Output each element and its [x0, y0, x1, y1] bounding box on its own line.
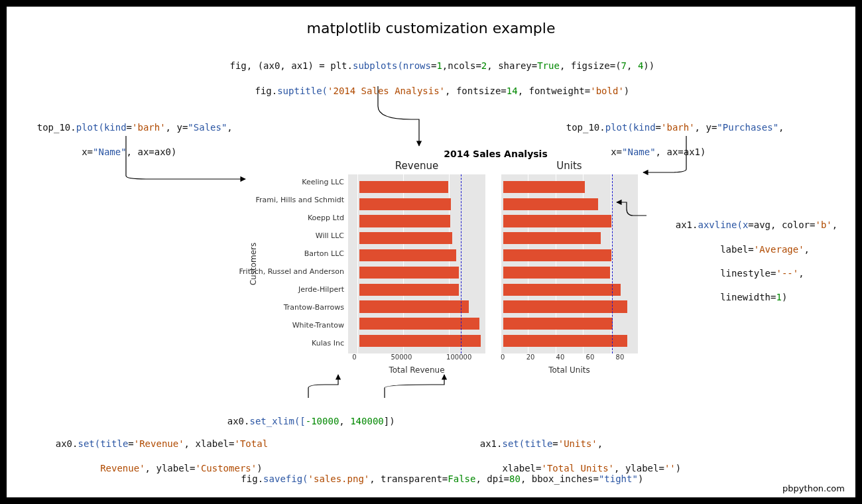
xtick: 50000 — [391, 353, 412, 367]
bar-row — [503, 315, 635, 332]
subplot-revenue: Revenue Customers 0 50000 100000 Total R… — [348, 174, 485, 353]
avg-line-units — [612, 174, 613, 353]
xticks-revenue: 0 50000 100000 — [348, 353, 485, 367]
xtick: 60 — [586, 353, 595, 367]
xtick: 20 — [526, 353, 535, 367]
bar-row — [351, 281, 483, 298]
bar-row — [351, 178, 483, 196]
bar — [359, 249, 456, 261]
bar — [359, 267, 459, 279]
bar — [503, 284, 621, 296]
bar-row — [503, 213, 635, 230]
bar — [503, 232, 601, 244]
bar-row — [351, 298, 483, 316]
chart-suptitle: 2014 Sales Analysis — [444, 149, 548, 159]
chart-area: 2014 Sales Analysis Revenue Customers 0 … — [348, 161, 643, 387]
ytick-label: Keeling LLC — [302, 178, 348, 186]
code-plot-left: top_10.plot(kind='barh', y="Sales", x="N… — [15, 109, 233, 170]
code-savefig: fig.savefig('sales.png', transparent=Fal… — [219, 461, 644, 497]
ytick-label: White-Trantow — [292, 321, 348, 330]
ytick-label: Will LLC — [316, 231, 348, 240]
bar-row — [351, 315, 483, 332]
bar-row — [351, 247, 483, 264]
bar — [503, 318, 613, 330]
bar-row — [503, 247, 635, 264]
credit-label: pbpython.com — [782, 483, 845, 493]
bar — [359, 232, 452, 244]
ytick-label: Barton LLC — [304, 249, 348, 258]
bar — [359, 300, 469, 312]
y-axis-label: Customers — [249, 243, 258, 286]
bar — [359, 181, 448, 193]
bar-row — [351, 332, 483, 349]
ytick-label: Frami, Hills and Schmidt — [256, 196, 348, 204]
bar-row — [503, 332, 635, 349]
ytick-label: Jerde-Hilpert — [298, 285, 348, 294]
bar — [359, 215, 450, 227]
bar — [359, 284, 459, 296]
ytick-label: Koepp Ltd — [308, 214, 348, 222]
bar-row — [503, 178, 635, 196]
bars-units — [503, 178, 635, 349]
bar — [359, 198, 451, 210]
bar-row — [503, 229, 635, 247]
bar — [503, 300, 627, 312]
subplot-units: Units 0 20 40 60 80 Total Units — [501, 174, 638, 353]
bar-row — [351, 213, 483, 230]
xtick: 40 — [556, 353, 565, 367]
xlabel-revenue: Total Revenue — [348, 365, 485, 375]
subplot-revenue-title: Revenue — [348, 160, 485, 172]
bar-row — [351, 264, 483, 281]
page-title: matplotlib customization example — [27, 20, 835, 36]
ytick-label: Trantow-Barrows — [284, 303, 348, 312]
bar-row — [503, 281, 635, 298]
ytick-label: Kulas Inc — [312, 339, 348, 347]
bar-row — [503, 196, 635, 213]
bar — [503, 181, 585, 193]
bar — [503, 249, 611, 261]
bar — [359, 335, 481, 347]
bars-revenue — [351, 178, 483, 349]
bar-row — [351, 196, 483, 213]
xtick: 80 — [616, 353, 625, 367]
bar — [503, 198, 598, 210]
code-suptitle: fig.suptitle('2014 Sales Analysis', font… — [233, 73, 630, 109]
xticks-units: 0 20 40 60 80 — [501, 353, 638, 367]
xtick: 0 — [352, 353, 356, 367]
subplot-units-title: Units — [501, 160, 638, 172]
page: matplotlib customization example fig, (a… — [7, 7, 855, 497]
bar — [503, 267, 610, 279]
avg-line-revenue — [461, 174, 462, 353]
bar-row — [503, 264, 635, 281]
ytick-label: Fritsch, Russel and Anderson — [239, 267, 348, 276]
bar-row — [351, 229, 483, 247]
xtick: 100000 — [446, 353, 471, 367]
xtick: 0 — [501, 353, 505, 367]
xlabel-units: Total Units — [501, 365, 638, 375]
bar-row — [503, 298, 635, 316]
bar — [503, 335, 627, 347]
code-axvline: ax1.axvline(x=avg, color='b', label='Ave… — [653, 207, 837, 316]
bar — [503, 215, 611, 227]
